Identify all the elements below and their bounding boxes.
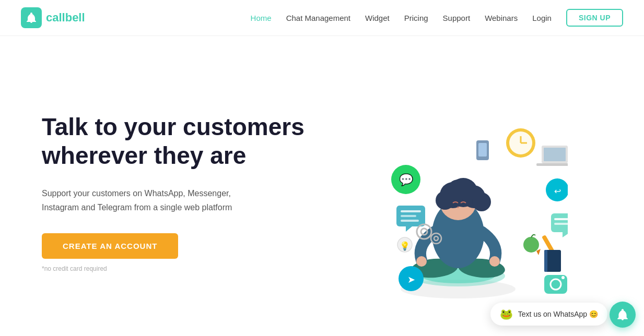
logo[interactable]: callbell (21, 7, 85, 28)
nav-webinars[interactable]: Webinars (485, 14, 518, 22)
bell-icon (25, 11, 38, 24)
svg-rect-53 (554, 223, 568, 225)
bell-fab-icon (616, 308, 629, 321)
svg-marker-34 (406, 226, 412, 232)
nav-pricing[interactable]: Pricing (404, 14, 428, 22)
hero-left: Talk to your customers wherever they are… (42, 113, 313, 272)
hero-illustration: 💬 ↩ (313, 67, 602, 318)
svg-point-11 (472, 193, 491, 211)
svg-rect-27 (536, 163, 568, 166)
svg-point-14 (457, 206, 459, 208)
svg-rect-20 (478, 143, 487, 157)
svg-point-16 (489, 256, 500, 267)
svg-rect-52 (554, 218, 568, 220)
nav-login[interactable]: Login (532, 14, 552, 22)
svg-text:➤: ➤ (407, 274, 415, 285)
hero-svg: 💬 ↩ (348, 83, 568, 302)
cta-button[interactable]: CREATE AN ACCOUNT (42, 233, 178, 259)
whatsapp-chat-bubble[interactable]: 🐸 Text us on WhatsApp 😊 (490, 303, 607, 326)
navbar: callbell Home Chat Management Widget Pri… (0, 0, 644, 36)
nav-chat-management[interactable]: Chat Management (286, 14, 350, 22)
svg-point-13 (448, 179, 469, 200)
logo-text: callbell (46, 11, 85, 25)
svg-rect-32 (401, 215, 416, 217)
svg-text:💡: 💡 (400, 241, 410, 251)
hero-title: Talk to your customers wherever they are (42, 113, 313, 170)
svg-rect-44 (544, 250, 547, 272)
hero-subtitle: Support your customers on WhatsApp, Mess… (42, 186, 266, 214)
whatsapp-icon: 🐸 (500, 308, 513, 320)
svg-text:↩: ↩ (554, 187, 560, 196)
no-credit-card-note: *no credit card required (42, 265, 313, 272)
nav-home[interactable]: Home (251, 14, 272, 22)
nav-links: Home Chat Management Widget Pricing Supp… (251, 9, 623, 27)
logo-icon (21, 7, 42, 28)
chat-bubble-text: Text us on WhatsApp 😊 (518, 310, 598, 318)
svg-point-15 (416, 256, 427, 267)
svg-text:💬: 💬 (399, 173, 413, 187)
svg-point-45 (523, 237, 539, 253)
svg-point-48 (561, 276, 565, 279)
callbell-fab-button[interactable] (610, 302, 636, 328)
signup-button[interactable]: SIGN UP (566, 9, 623, 27)
hero-section: Talk to your customers wherever they are… (0, 36, 644, 336)
svg-marker-54 (563, 232, 568, 237)
svg-rect-33 (401, 220, 419, 222)
svg-rect-26 (544, 148, 566, 161)
nav-widget[interactable]: Widget (365, 14, 390, 22)
nav-support[interactable]: Support (443, 14, 471, 22)
svg-rect-31 (401, 210, 421, 212)
